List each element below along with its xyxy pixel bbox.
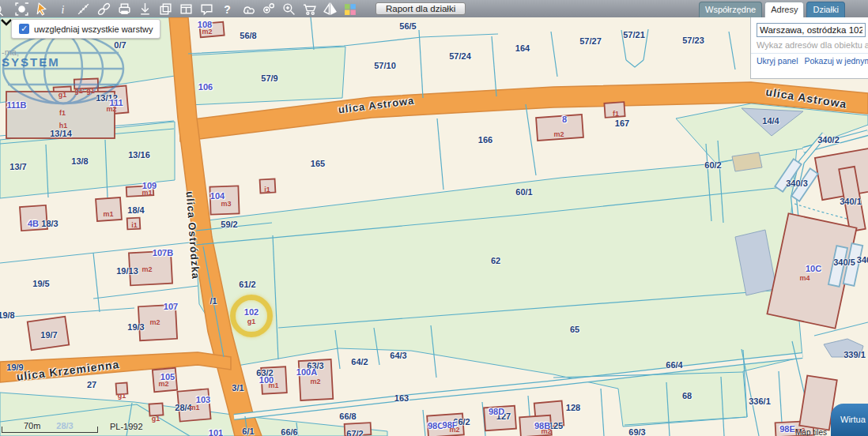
tab-dzia-ki[interactable]: Działki [806, 2, 844, 17]
building-label: m1 [189, 404, 199, 412]
address-label: 98D [489, 407, 504, 416]
toolbar: i? Raport dla działki WspółrzędneAdresyD… [0, 0, 868, 17]
building-label: m3 [221, 200, 231, 208]
parcel-label: 61/2 [239, 280, 255, 289]
address-search-input[interactable] [757, 23, 866, 37]
parcel-label: 57/21 [623, 30, 645, 39]
parcel-label: 19/3 [127, 322, 144, 332]
parcel-label: 19/7 [40, 330, 57, 340]
measure-icon[interactable] [77, 2, 90, 16]
parcel-label: 27 [87, 380, 96, 389]
parcel-label: 19/13 [116, 266, 138, 276]
building-label: m2 [553, 130, 564, 138]
parcel-label: 340/2 [817, 135, 840, 145]
legend-icon[interactable] [344, 2, 357, 16]
comment-icon[interactable] [200, 2, 213, 16]
parcel-label: 340/5 [833, 257, 855, 267]
parcel-label: 18/3 [41, 219, 58, 228]
address-label: 8 [562, 115, 567, 124]
info-icon[interactable]: i [56, 2, 70, 16]
address-label: 10C [806, 264, 821, 273]
parcel-label: 56/8 [240, 31, 256, 40]
parcel-label: 66/6 [281, 427, 297, 436]
parcel-label: 60/1 [515, 187, 532, 197]
parcel-label: 64/2 [351, 357, 368, 366]
help-icon[interactable]: ? [221, 2, 234, 16]
parcel-label: 57/10 [374, 61, 396, 70]
search-panel: Wykaz adresów dla obiektu ak Ukryj panel… [750, 17, 868, 79]
building-label: g1 [118, 392, 126, 400]
address-label: 4B [28, 219, 39, 228]
address-label: 106 [198, 82, 213, 92]
building-label: m1 [268, 382, 278, 389]
parcel-label: 57/24 [449, 51, 471, 61]
parcel-label: 62 [491, 256, 500, 265]
link-icon[interactable] [97, 2, 111, 16]
panel-separator [751, 53, 868, 54]
settings-icon[interactable] [262, 2, 275, 16]
zoom-search-icon[interactable] [282, 2, 296, 16]
highlighted-building-label: g1 [247, 318, 256, 325]
layers-checkbox[interactable]: ✓ [19, 24, 29, 34]
parcel-label: 66/4 [666, 360, 682, 370]
address-label: 101 [209, 428, 223, 436]
print-icon[interactable] [118, 2, 131, 16]
map-canvas[interactable]: ulica Astrowaulica Astrowaulica Ostródzk… [0, 17, 868, 436]
toolbar-icons: i? [0, 2, 364, 16]
zoom-out-partial-icon[interactable] [0, 2, 8, 16]
hide-panel-link[interactable]: Ukryj panel [757, 56, 798, 66]
parcel-label: 69/3 [628, 427, 645, 436]
parcel-label: 128 [566, 403, 580, 412]
parcel-label: 339/1 [843, 350, 866, 359]
address-label: 100A [296, 367, 317, 377]
parcel-label: 19/8 [0, 310, 15, 320]
building-label: h1 [59, 122, 68, 130]
building-label: i1 [131, 221, 138, 229]
parcel-label: 167 [615, 118, 629, 128]
tab-wsp-rz-dne[interactable]: Współrzędne [699, 2, 762, 17]
parcel-label: 6/1 [242, 427, 254, 436]
crs-label: PL-1992 [110, 422, 143, 431]
building-label: g1' g1 [74, 87, 95, 95]
geo-system-logo-text: SYSTEM [2, 55, 60, 69]
parcel-label: 340/1 [840, 197, 862, 206]
building-label: g1 [152, 415, 160, 423]
parcel-label: 340/3 [786, 179, 808, 188]
building-label: m2 [541, 427, 551, 435]
building-label: m2 [449, 426, 459, 434]
download-icon[interactable] [138, 2, 152, 16]
parcel-label: 340 [857, 255, 868, 265]
cart-icon[interactable] [303, 2, 316, 16]
address-label: 98E [779, 424, 795, 434]
building-label: m2 [149, 318, 160, 326]
parcel-label: 13/8 [71, 156, 88, 166]
parcel-label: 57/27 [579, 36, 602, 46]
wirtualny-button[interactable]: Wirtua [831, 404, 868, 436]
svg-text:i: i [61, 3, 64, 15]
scale-bar [2, 427, 98, 433]
building-label: m1 [142, 189, 152, 197]
layers-checkbox-label: uwzględniaj wszystkie warstwy [34, 24, 153, 34]
building-label: g1 [58, 91, 67, 99]
copy-icon[interactable] [159, 2, 172, 16]
parcel-label: 165 [311, 159, 325, 168]
select-area-icon[interactable] [15, 2, 28, 16]
address-label: 111B [6, 100, 26, 110]
report-dla-dzialki-button[interactable]: Raport dla działki [376, 2, 466, 15]
watermark-partial-text: -ma, [2, 47, 19, 57]
mirror-icon[interactable] [323, 2, 337, 16]
address-label: 107B [153, 248, 173, 257]
cloud-download-icon[interactable] [241, 2, 255, 16]
tab-adresy[interactable]: Adresy [764, 2, 804, 17]
parcel-label: 68 [682, 391, 692, 400]
parcel-label: 56/5 [399, 21, 416, 31]
app-window: i? Raport dla działki WspółrzędneAdresyD… [0, 0, 868, 436]
building-label: f1 [613, 110, 619, 118]
parcel-label: 19/5 [32, 279, 49, 288]
building-label: m2 [106, 105, 116, 113]
show-in-one-window-link[interactable]: Pokazuj w jednym ok [805, 56, 868, 66]
pointer-icon[interactable] [36, 2, 49, 16]
building-label: m4 [799, 274, 810, 282]
parcel-label: 14/4 [762, 116, 779, 126]
layout-icon[interactable] [179, 2, 193, 16]
